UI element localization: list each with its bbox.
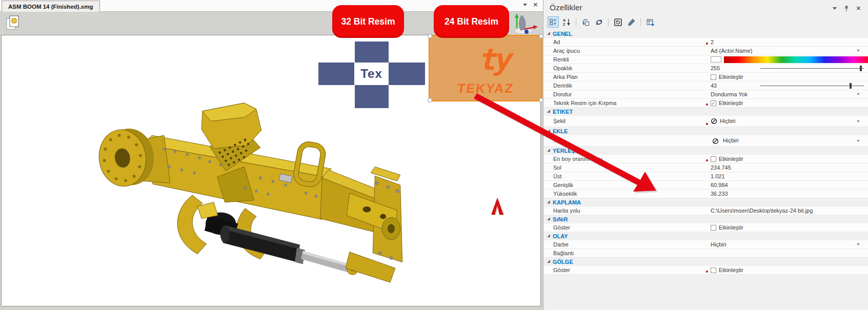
panel-pin-icon[interactable] [844, 5, 849, 12]
selection-handle[interactable] [428, 98, 432, 102]
checkbox[interactable] [711, 74, 716, 80]
pages-icon[interactable] [5, 14, 21, 32]
property-value[interactable]: C:\Users\msen\Desktop\tekyaz-24 bit.jpg [711, 206, 864, 215]
tab-menu-dropdown-icon[interactable] [523, 4, 527, 6]
property-row[interactable]: DarbeHiçbiri [543, 240, 868, 249]
property-row[interactable]: GösterEtkinleştir [543, 266, 868, 275]
property-row[interactable]: Teknik Resim için Kırpma✓Etkinleştir [543, 99, 868, 108]
property-value[interactable]: Hiçbiri [711, 116, 864, 127]
property-row[interactable]: En boy oranını koruEtkinleştir [543, 155, 868, 163]
collapse-triangle-icon[interactable] [547, 260, 550, 263]
section-header[interactable]: KAPLAMA [543, 198, 868, 206]
collapse-triangle-icon[interactable] [547, 200, 550, 203]
property-row[interactable]: ŞekilHiçbiri [543, 116, 868, 127]
tex-logo-image[interactable]: Tex [318, 42, 425, 108]
slider-thumb[interactable] [860, 66, 862, 71]
property-row[interactable]: Arka PlanEtkinleştir [543, 73, 868, 81]
view-orientation-triad-icon[interactable] [509, 12, 539, 35]
categorized-view-icon[interactable] [548, 16, 559, 28]
property-value[interactable]: 43 [711, 81, 864, 90]
property-value[interactable]: 234.745 [711, 163, 864, 172]
property-value[interactable]: Ad (Actor.Name) [711, 47, 864, 55]
tekyaz-logo-image[interactable]: ty TEKYAZ [430, 36, 541, 100]
viewport-canvas[interactable]: Tex ty TEKYAZ [1, 35, 541, 306]
property-value[interactable]: Etkinleştir [711, 223, 864, 232]
collapse-triangle-icon[interactable] [547, 32, 550, 35]
refresh-properties-icon[interactable] [593, 16, 604, 28]
section-header[interactable]: ETIKET [543, 108, 868, 116]
property-value[interactable] [711, 249, 864, 257]
checkbox[interactable]: ✓ [711, 100, 716, 106]
boom-3d-model[interactable] [92, 101, 409, 283]
color-gradient-bar[interactable] [724, 56, 868, 63]
checkbox[interactable] [711, 156, 716, 162]
property-label: Dondur [553, 90, 572, 98]
property-row[interactable]: Renkli [543, 55, 868, 64]
property-value[interactable]: 1.021 [711, 172, 864, 180]
checkbox[interactable] [711, 267, 716, 273]
property-value[interactable] [711, 55, 868, 64]
property-value[interactable]: Dondurma Yok [711, 90, 864, 98]
selection-handle[interactable] [539, 98, 543, 102]
reset-properties-icon[interactable] [612, 16, 623, 28]
slider-track[interactable] [760, 68, 864, 69]
property-row[interactable]: DondurDondurma Yok [543, 90, 868, 99]
dropdown-arrow-icon[interactable] [857, 140, 860, 142]
slider-track[interactable] [760, 86, 864, 86]
collapse-triangle-icon[interactable] [547, 129, 550, 132]
document-tab[interactable]: ASM BOOM 14 (Finished).smg [2, 1, 100, 12]
property-label: Şekil [553, 116, 566, 127]
copy-properties-icon[interactable] [580, 16, 591, 28]
property-row[interactable]: Opaklık255 [543, 64, 868, 73]
property-row[interactable]: Araç ipucuAd (Actor.Name) [543, 47, 868, 55]
property-row[interactable]: Derinlik43 [543, 81, 868, 90]
section-header[interactable]: GÖLGE [543, 258, 868, 266]
sort-az-icon[interactable]: A Z [561, 16, 572, 28]
collapse-triangle-icon[interactable] [547, 234, 550, 237]
section-header[interactable]: SıNıR [543, 215, 868, 223]
property-value[interactable]: Hiçbiri [711, 135, 864, 146]
section-header[interactable]: YERLEŞIM [543, 147, 868, 155]
collapse-triangle-icon[interactable] [547, 217, 550, 220]
selection-handle[interactable] [539, 34, 543, 38]
panel-close-icon[interactable]: ✕ [856, 6, 861, 11]
checkbox[interactable] [711, 225, 716, 231]
section-header[interactable]: GENEL [543, 30, 868, 38]
section-header[interactable]: EKLE [543, 127, 868, 135]
collapse-triangle-icon[interactable] [547, 149, 550, 152]
property-row[interactable]: Yükseklik36.233 [543, 190, 868, 198]
property-row[interactable]: Sol234.745 [543, 163, 868, 172]
property-row[interactable]: Bağlantı [543, 249, 868, 258]
selection-handle[interactable] [428, 34, 432, 38]
panel-menu-dropdown-icon[interactable] [833, 7, 837, 10]
property-row[interactable]: TipHiçbiri [543, 135, 868, 147]
color-swatch[interactable] [711, 56, 721, 63]
dropdown-arrow-icon[interactable] [857, 120, 860, 122]
property-value[interactable]: 2 [711, 38, 864, 46]
collapse-triangle-icon[interactable] [547, 110, 550, 113]
property-value[interactable]: 255 [711, 64, 864, 72]
property-value[interactable]: Etkinleştir [711, 155, 864, 163]
svg-text:A: A [563, 18, 566, 22]
property-value[interactable]: 60.984 [711, 181, 864, 189]
section-label: OLAY [553, 232, 568, 240]
tab-close-icon[interactable]: ✕ [533, 2, 538, 8]
property-value[interactable]: Etkinleştir [711, 73, 864, 81]
property-row[interactable]: Ad2 [543, 38, 868, 47]
property-row[interactable]: Üst1.021 [543, 172, 868, 181]
property-row[interactable]: Genişlik60.984 [543, 181, 868, 190]
property-row[interactable]: GösterEtkinleştir [543, 223, 868, 232]
property-row[interactable]: Harita yoluC:\Users\msen\Desktop\tekyaz-… [543, 206, 868, 215]
dropdown-arrow-icon[interactable] [857, 243, 860, 245]
property-value[interactable]: Hiçbiri [711, 240, 864, 249]
dropdown-arrow-icon[interactable] [857, 93, 860, 95]
add-custom-property-icon[interactable] [644, 16, 656, 28]
property-value[interactable]: ✓Etkinleştir [711, 99, 864, 107]
property-label: Göster [553, 266, 570, 274]
section-header[interactable]: OLAY [543, 232, 868, 240]
slider-thumb[interactable] [850, 83, 852, 89]
dropdown-arrow-icon[interactable] [857, 50, 860, 52]
property-value[interactable]: Etkinleştir [711, 266, 864, 274]
property-value[interactable]: 36.233 [711, 190, 864, 198]
eyedropper-icon[interactable] [625, 16, 637, 28]
